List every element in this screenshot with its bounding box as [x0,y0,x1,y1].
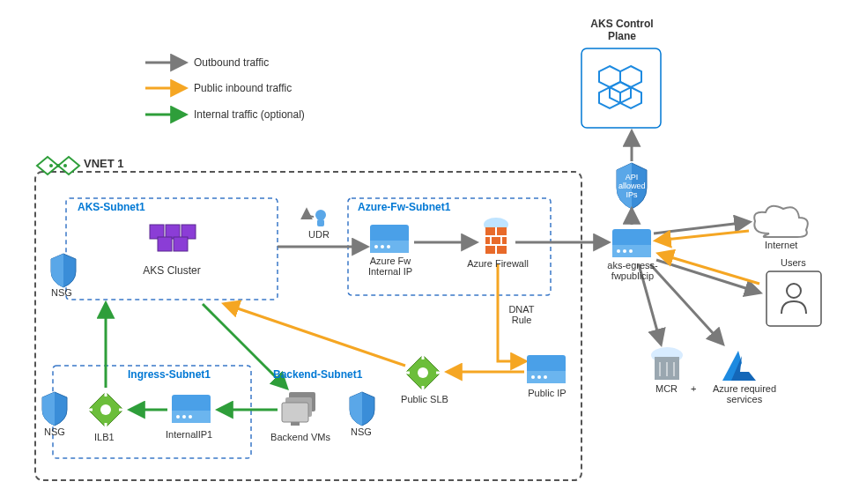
fw-subnet-label: Azure-Fw-Subnet1 [358,201,450,213]
aks-cluster-label: AKS Cluster [132,264,211,277]
egress-pubip-label: aks-egress-fwpublicip [601,260,664,281]
mcr-label: MCR [655,383,678,394]
svg-point-51 [544,375,547,379]
internalip-label: InternalIP1 [166,429,212,440]
svg-rect-43 [282,403,308,422]
backend-subnet-label: Backend-Subnet1 [273,368,362,381]
svg-rect-29 [317,219,324,226]
svg-point-35 [100,404,111,415]
api-shield-label: API allowed IPs [618,173,645,199]
fw-internal-ip-label: Azure Fw Internal IP [363,256,418,277]
svg-point-28 [315,210,326,220]
internet-label: Internet [765,240,797,250]
public-ip-label: Public IP [525,388,569,398]
azure-services-label: Azure required services [705,383,784,404]
legend-internal: Internal traffic (optional) [194,108,305,121]
svg-point-50 [537,375,541,379]
svg-point-8 [63,164,67,167]
nsg-backend: NSG [351,426,372,437]
svg-rect-58 [581,48,661,128]
svg-point-49 [531,375,535,379]
svg-rect-14 [174,237,188,251]
svg-point-68 [629,249,633,253]
aks-subnet-label: AKS-Subnet1 [78,201,145,213]
svg-rect-13 [158,237,172,251]
svg-point-40 [189,415,192,419]
plus-label: + [691,383,696,394]
svg-point-39 [182,415,186,419]
svg-point-7 [56,164,60,167]
backend-vms-label: Backend VMs [270,432,331,442]
aks-cluster-icon [150,225,196,251]
svg-point-20 [387,245,390,248]
legend-inbound: Public inbound traffic [194,82,292,94]
legend-outbound: Outbound traffic [194,56,269,69]
svg-rect-44 [291,422,300,426]
users-label: Users [781,257,806,268]
nsg-ingress: NSG [44,426,65,437]
svg-point-66 [617,249,620,253]
svg-point-67 [623,249,626,253]
aks-control-plane-label: AKS Control Plane [578,18,666,42]
dnat-label: DNAT Rule [504,304,539,325]
svg-point-46 [418,367,428,378]
svg-point-19 [381,245,384,248]
vnet-label: VNET 1 [84,157,124,170]
ilb-label: ILB1 [94,432,115,442]
public-slb-label: Public SLB [398,394,451,404]
azure-firewall-label: Azure Firewall [463,258,533,269]
ingress-subnet-label: Ingress-Subnet1 [128,368,211,381]
svg-line-81 [659,254,759,284]
svg-point-18 [374,245,378,248]
svg-point-6 [49,164,53,167]
svg-line-53 [225,304,405,366]
udr-label: UDR [308,229,330,240]
svg-point-38 [176,415,180,419]
nsg-aks: NSG [51,287,72,298]
